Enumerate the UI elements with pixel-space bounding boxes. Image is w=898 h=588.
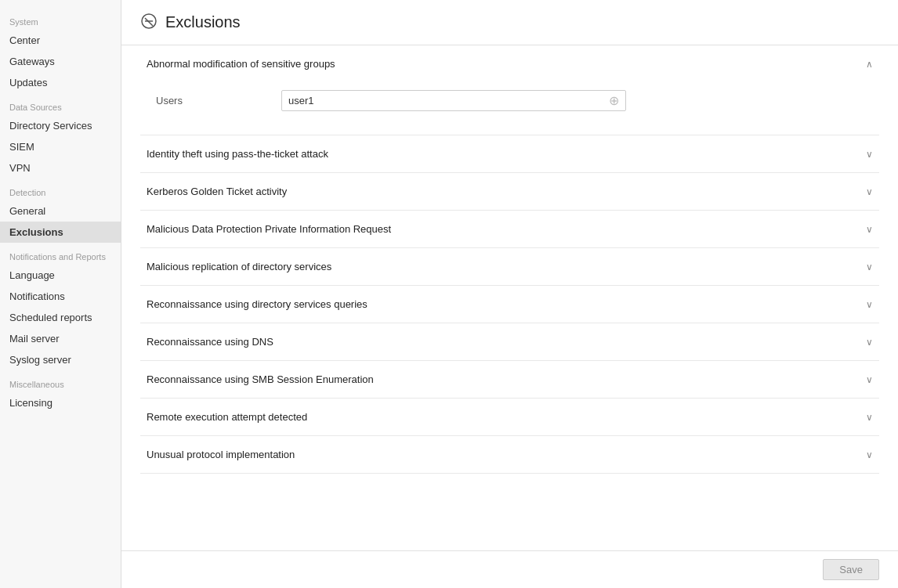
accordion-header-kerberos-golden[interactable]: Kerberos Golden Ticket activity∨ <box>140 173 879 210</box>
sidebar-item-syslog-server[interactable]: Syslog server <box>0 349 121 370</box>
sidebar-item-mail-server[interactable]: Mail server <box>0 328 121 349</box>
accordion-title-recon-dns: Reconnaissance using DNS <box>147 336 273 348</box>
sidebar-section-system: System <box>0 8 121 30</box>
accordion-title-recon-directory: Reconnaissance using directory services … <box>147 298 368 310</box>
accordion-title-remote-execution: Remote execution attempt detected <box>147 411 307 423</box>
accordion-item-unusual-protocol: Unusual protocol implementation∨ <box>140 436 879 474</box>
sidebar-item-center[interactable]: Center <box>0 30 121 51</box>
chevron-icon-identity-theft: ∨ <box>866 149 873 160</box>
accordion-item-recon-directory: Reconnaissance using directory services … <box>140 286 879 323</box>
sidebar-section-notifications-and-reports: Notifications and Reports <box>0 243 121 265</box>
chevron-icon-abnormal-modification: ∧ <box>866 59 873 70</box>
accordion-item-malicious-replication: Malicious replication of directory servi… <box>140 248 879 286</box>
accordion-title-malicious-replication: Malicious replication of directory servi… <box>147 261 331 272</box>
accordion-header-malicious-dpapi[interactable]: Malicious Data Protection Private Inform… <box>140 211 879 247</box>
accordion-header-recon-directory[interactable]: Reconnaissance using directory services … <box>140 286 879 323</box>
accordion-title-identity-theft: Identity theft using pass-the-ticket att… <box>147 148 328 160</box>
accordion-header-remote-execution[interactable]: Remote execution attempt detected∨ <box>140 399 879 435</box>
footer: Save <box>121 550 898 588</box>
accordion-header-unusual-protocol[interactable]: Unusual protocol implementation∨ <box>140 436 879 473</box>
accordion-item-remote-execution: Remote execution attempt detected∨ <box>140 399 879 436</box>
chevron-icon-recon-smb: ∨ <box>866 374 873 385</box>
sidebar: SystemCenterGatewaysUpdatesData SourcesD… <box>0 0 121 588</box>
content-area: Abnormal modification of sensitive group… <box>121 45 898 588</box>
chevron-icon-unusual-protocol: ∨ <box>866 449 873 460</box>
sidebar-item-general[interactable]: General <box>0 200 121 222</box>
sidebar-item-licensing[interactable]: Licensing <box>0 392 121 413</box>
accordion-header-recon-dns[interactable]: Reconnaissance using DNS∨ <box>140 323 879 360</box>
page-header: Exclusions <box>121 0 898 45</box>
accordion-header-recon-smb[interactable]: Reconnaissance using SMB Session Enumera… <box>140 361 879 398</box>
accordion-item-identity-theft: Identity theft using pass-the-ticket att… <box>140 135 879 173</box>
chevron-icon-malicious-dpapi: ∨ <box>866 224 873 235</box>
sidebar-section-data-sources: Data Sources <box>0 93 121 115</box>
sidebar-item-vpn[interactable]: VPN <box>0 157 121 179</box>
accordion-body-abnormal-modification: Users⊕ <box>140 82 879 135</box>
sidebar-section-detection: Detection <box>0 179 121 200</box>
sidebar-section-miscellaneous: Miscellaneous <box>0 370 121 392</box>
field-input-0[interactable] <box>288 91 606 110</box>
sidebar-item-exclusions[interactable]: Exclusions <box>0 222 121 243</box>
accordion-item-recon-dns: Reconnaissance using DNS∨ <box>140 323 879 361</box>
field-label-0: Users <box>156 95 281 106</box>
accordion-title-recon-smb: Reconnaissance using SMB Session Enumera… <box>147 373 374 385</box>
svg-line-1 <box>145 18 153 26</box>
chevron-icon-remote-execution: ∨ <box>866 412 873 423</box>
page-title: Exclusions <box>165 13 241 31</box>
accordion-header-malicious-replication[interactable]: Malicious replication of directory servi… <box>140 248 879 285</box>
sidebar-item-gateways[interactable]: Gateways <box>0 51 121 72</box>
add-icon-0[interactable]: ⊕ <box>606 93 619 108</box>
sidebar-item-notifications[interactable]: Notifications <box>0 286 121 307</box>
chevron-icon-kerberos-golden: ∨ <box>866 186 873 197</box>
accordion-item-recon-smb: Reconnaissance using SMB Session Enumera… <box>140 361 879 399</box>
sidebar-item-scheduled-reports[interactable]: Scheduled reports <box>0 307 121 328</box>
accordion-title-malicious-dpapi: Malicious Data Protection Private Inform… <box>147 223 391 235</box>
accordion-header-identity-theft[interactable]: Identity theft using pass-the-ticket att… <box>140 135 879 172</box>
accordion-item-kerberos-golden: Kerberos Golden Ticket activity∨ <box>140 173 879 211</box>
sidebar-item-siem[interactable]: SIEM <box>0 136 121 157</box>
chevron-icon-recon-dns: ∨ <box>866 337 873 348</box>
accordion-header-abnormal-modification[interactable]: Abnormal modification of sensitive group… <box>140 45 879 82</box>
chevron-icon-malicious-replication: ∨ <box>866 262 873 272</box>
chevron-icon-recon-directory: ∨ <box>866 299 873 310</box>
exclusions-icon <box>140 13 158 32</box>
accordion-item-malicious-dpapi: Malicious Data Protection Private Inform… <box>140 211 879 248</box>
accordion-title-unusual-protocol: Unusual protocol implementation <box>147 449 295 460</box>
sidebar-item-directory-services[interactable]: Directory Services <box>0 115 121 136</box>
field-row-0: Users⊕ <box>156 90 864 111</box>
sidebar-item-language[interactable]: Language <box>0 265 121 286</box>
accordion-item-abnormal-modification: Abnormal modification of sensitive group… <box>140 45 879 135</box>
accordion-title-abnormal-modification: Abnormal modification of sensitive group… <box>147 58 335 70</box>
sidebar-item-updates[interactable]: Updates <box>0 72 121 93</box>
main-content: Exclusions Abnormal modification of sens… <box>121 0 898 588</box>
field-input-wrap-0: ⊕ <box>281 90 626 111</box>
accordion-title-kerberos-golden: Kerberos Golden Ticket activity <box>147 186 287 197</box>
save-button[interactable]: Save <box>823 559 879 580</box>
